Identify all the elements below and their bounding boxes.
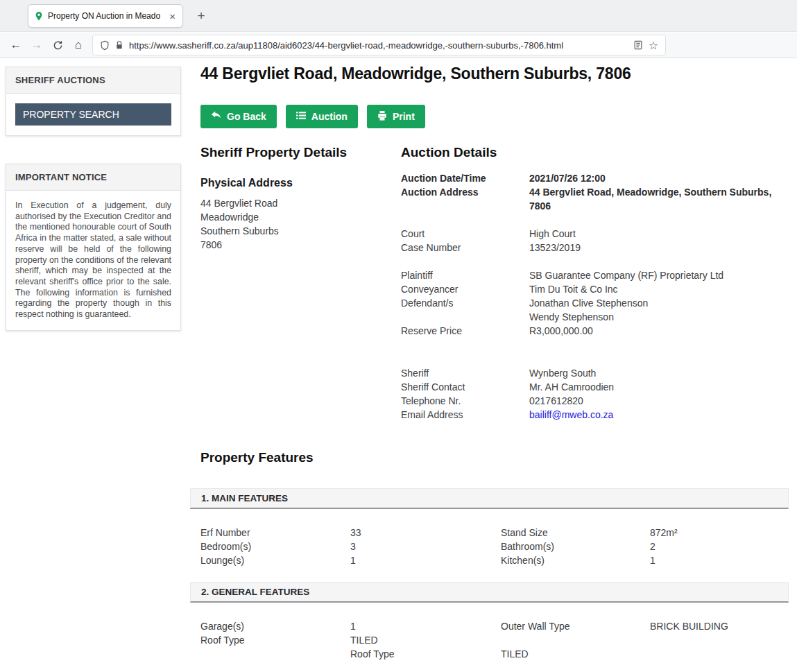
feature-value: 3 bbox=[350, 540, 501, 553]
browser-tab[interactable]: Property ON Auction in Meado × bbox=[28, 4, 183, 28]
property-features-heading: Property Features bbox=[200, 450, 789, 465]
tab-title: Property ON Auction in Meado bbox=[48, 11, 164, 21]
feature-value bbox=[650, 633, 789, 647]
sheriff-auctions-card: SHERIFF AUCTIONS PROPERTY SEARCH bbox=[6, 67, 181, 136]
feature-value bbox=[650, 647, 789, 661]
feature-value: 2 bbox=[650, 540, 789, 553]
url-bar[interactable]: https://www.sasheriff.co.za/aup11808/aid… bbox=[93, 35, 665, 55]
case-number-label: Case Number bbox=[401, 241, 529, 255]
lock-icon[interactable] bbox=[115, 40, 123, 50]
feature-value: BRICK BUILDING bbox=[650, 619, 789, 633]
feature-value: Roof Type bbox=[350, 647, 501, 661]
printer-icon bbox=[377, 111, 387, 123]
email-link[interactable]: bailiff@mweb.co.za bbox=[529, 408, 789, 422]
feature-label: Bathroom(s) bbox=[501, 540, 650, 553]
conveyancer-value: Tim Du Toit & Co Inc bbox=[529, 282, 789, 296]
reload-button[interactable] bbox=[47, 35, 68, 55]
physical-address-heading: Physical Address bbox=[200, 177, 401, 189]
important-notice-card: IMPORTANT NOTICE In Execution of a judge… bbox=[6, 164, 181, 331]
feature-label: Outer Wall Type bbox=[501, 619, 650, 633]
reader-view-icon[interactable] bbox=[633, 40, 643, 50]
court-group: Court High Court Case Number 13523/2019 bbox=[401, 227, 789, 255]
auction-when-where-group: Auction Date/Time 2021/07/26 12:00 Aucti… bbox=[401, 171, 789, 213]
feature-label: Garage(s) bbox=[200, 619, 350, 633]
reserve-price-value: R3,000,000.00 bbox=[529, 324, 789, 338]
defendant-value-2: Wendy Stephenson bbox=[529, 310, 789, 324]
sheriff-contact-value: Mr. AH Camroodien bbox=[529, 380, 789, 394]
browser-window: Property ON Auction in Meado × + ← → ⌂ h… bbox=[0, 0, 797, 672]
list-icon bbox=[296, 111, 306, 122]
defendant-label: Defendant/s bbox=[401, 296, 529, 310]
property-details-heading: Sheriff Property Details bbox=[200, 145, 401, 160]
tab-bar: Property ON Auction in Meado × + bbox=[0, 0, 797, 32]
feature-label: TILED bbox=[501, 647, 650, 661]
plaintiff-label: Plaintiff bbox=[401, 268, 529, 282]
feature-label: Stand Size bbox=[501, 526, 650, 540]
action-toolbar: Go Back Auction Print bbox=[200, 105, 789, 128]
sheriff-group: Sheriff Wynberg South Sheriff Contact Mr… bbox=[401, 366, 789, 422]
auction-details-section: Auction Details Auction Date/Time 2021/0… bbox=[401, 145, 789, 422]
feature-value: 872m² bbox=[650, 526, 789, 540]
address-line: Southern Suburbs bbox=[200, 224, 401, 238]
sheriff-label: Sheriff bbox=[401, 366, 529, 380]
important-notice-title: IMPORTANT NOTICE bbox=[6, 164, 180, 191]
feature-label: Bedroom(s) bbox=[200, 540, 350, 553]
go-back-label: Go Back bbox=[227, 111, 266, 122]
auction-address-value: 44 Bergvliet Road, Meadowridge, Southern… bbox=[529, 185, 789, 213]
feature-label bbox=[501, 633, 650, 647]
telephone-label: Telephone Nr. bbox=[401, 394, 529, 408]
main-column: 44 Bergvliet Road, Meadowridge, Southern… bbox=[200, 58, 789, 661]
feature-label: Kitchen(s) bbox=[501, 553, 650, 567]
sheriff-contact-label: Sheriff Contact bbox=[401, 380, 529, 394]
address-line: Meadowridge bbox=[200, 210, 401, 224]
tab-close-icon[interactable]: × bbox=[168, 11, 177, 21]
feature-value: TILED bbox=[350, 633, 501, 647]
feature-value: 33 bbox=[350, 526, 501, 540]
forward-button[interactable]: → bbox=[26, 35, 47, 55]
tracking-protection-shield-icon[interactable] bbox=[100, 40, 110, 51]
auction-label: Auction bbox=[311, 111, 348, 122]
case-number-value: 13523/2019 bbox=[529, 241, 789, 255]
defendant-value-1: Jonathan Clive Stephenson bbox=[529, 296, 789, 310]
home-button[interactable]: ⌂ bbox=[68, 35, 89, 55]
page-content: SHERIFF AUCTIONS PROPERTY SEARCH IMPORTA… bbox=[0, 58, 797, 672]
feature-value: 1 bbox=[650, 553, 789, 567]
auction-button[interactable]: Auction bbox=[286, 105, 358, 128]
auction-address-label: Auction Address bbox=[401, 185, 529, 213]
address-line: 44 Bergvliet Road bbox=[200, 196, 401, 210]
court-label: Court bbox=[401, 227, 529, 241]
bookmark-star-icon[interactable]: ☆ bbox=[649, 39, 658, 52]
auction-datetime-label: Auction Date/Time bbox=[401, 171, 529, 185]
feature-value: 1 bbox=[350, 619, 501, 633]
back-button[interactable]: ← bbox=[6, 35, 26, 55]
feature-value: 1 bbox=[350, 553, 501, 567]
general-features-header: 2. GENERAL FEATURES bbox=[190, 582, 789, 603]
property-details-section: Sheriff Property Details Physical Addres… bbox=[200, 145, 401, 422]
main-features-table: Erf Number 33 Stand Size 872m² Bedroom(s… bbox=[200, 526, 789, 567]
map-pin-favicon-icon bbox=[34, 11, 44, 21]
court-value: High Court bbox=[529, 227, 789, 241]
page-title: 44 Bergvliet Road, Meadowridge, Southern… bbox=[200, 64, 789, 83]
sheriff-value: Wynberg South bbox=[529, 366, 789, 380]
defendant-label-spacer bbox=[401, 310, 529, 324]
auction-datetime-value: 2021/07/26 12:00 bbox=[529, 171, 789, 185]
feature-label: Erf Number bbox=[200, 526, 350, 540]
email-label: Email Address bbox=[401, 408, 529, 422]
telephone-value: 0217612820 bbox=[529, 394, 789, 408]
sheriff-auctions-title: SHERIFF AUCTIONS bbox=[6, 67, 180, 94]
print-label: Print bbox=[393, 111, 415, 122]
reserve-price-label: Reserve Price bbox=[401, 324, 529, 338]
plaintiff-value: SB Guarantee Company (RF) Proprietary Lt… bbox=[529, 268, 789, 282]
feature-label bbox=[200, 647, 350, 661]
important-notice-text: In Execution of a judgement, duly author… bbox=[15, 200, 171, 320]
conveyancer-label: Conveyancer bbox=[401, 282, 529, 296]
url-text: https://www.sasheriff.co.za/aup11808/aid… bbox=[129, 40, 628, 51]
print-button[interactable]: Print bbox=[367, 105, 425, 128]
parties-group: Plaintiff SB Guarantee Company (RF) Prop… bbox=[401, 268, 789, 338]
navigation-toolbar: ← → ⌂ https://www.sasheriff.co.za/aup118… bbox=[0, 33, 797, 58]
reply-arrow-icon bbox=[211, 111, 221, 122]
property-search-button[interactable]: PROPERTY SEARCH bbox=[15, 103, 171, 126]
address-line: 7806 bbox=[200, 238, 401, 252]
go-back-button[interactable]: Go Back bbox=[200, 105, 277, 128]
new-tab-button[interactable]: + bbox=[191, 6, 211, 26]
